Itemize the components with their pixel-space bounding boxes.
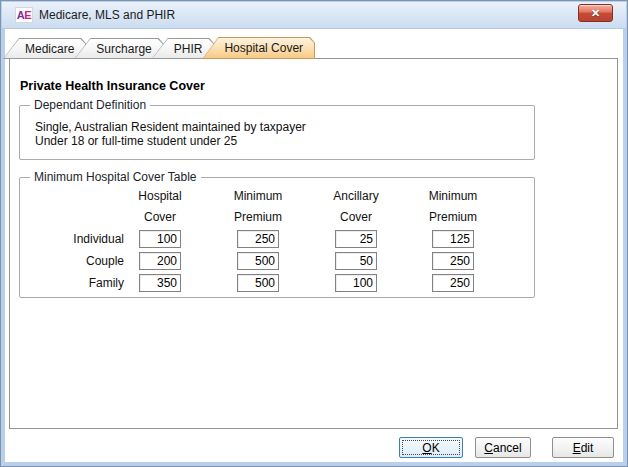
couple-ancillary-cover-field[interactable] bbox=[335, 252, 377, 270]
close-button[interactable]: ✕ bbox=[578, 4, 613, 22]
cancel-button[interactable]: Cancel bbox=[475, 437, 531, 458]
dialog-client-area: Medicare Surcharge PHIR Hospital Cover P… bbox=[5, 29, 623, 462]
family-minimum-premium-field[interactable] bbox=[237, 274, 279, 292]
tab-strip: Medicare Surcharge PHIR Hospital Cover bbox=[15, 37, 315, 59]
window-title: Medicare, MLS and PHIR bbox=[39, 8, 175, 22]
dialog-window: AE Medicare, MLS and PHIR ✕ Medicare Sur… bbox=[0, 0, 628, 467]
column-header: Ancillary bbox=[311, 189, 401, 203]
couple-hospital-cover-field[interactable] bbox=[139, 252, 181, 270]
row-label-individual: Individual bbox=[20, 232, 124, 246]
individual-ancillary-minimum-premium-field[interactable] bbox=[432, 230, 474, 248]
family-hospital-cover-field[interactable] bbox=[139, 274, 181, 292]
ok-button[interactable]: OK bbox=[399, 437, 463, 458]
family-ancillary-minimum-premium-field[interactable] bbox=[432, 274, 474, 292]
column-header: Premium bbox=[213, 210, 303, 224]
dependant-definition-line: Under 18 or full-time student under 25 bbox=[35, 134, 237, 148]
edit-button[interactable]: Edit bbox=[552, 437, 614, 458]
individual-minimum-premium-field[interactable] bbox=[237, 230, 279, 248]
row-label-family: Family bbox=[20, 276, 124, 290]
couple-minimum-premium-field[interactable] bbox=[237, 252, 279, 270]
title-bar: AE Medicare, MLS and PHIR ✕ bbox=[2, 2, 626, 29]
dependant-definition-line: Single, Australian Resident maintained b… bbox=[35, 120, 306, 134]
individual-ancillary-cover-field[interactable] bbox=[335, 230, 377, 248]
groupbox-caption: Dependant Definition bbox=[30, 98, 150, 112]
ae-app-icon: AE bbox=[15, 7, 33, 23]
row-label-couple: Couple bbox=[20, 254, 124, 268]
column-header: Minimum bbox=[408, 189, 498, 203]
individual-hospital-cover-field[interactable] bbox=[139, 230, 181, 248]
close-icon: ✕ bbox=[591, 7, 600, 19]
page-title: Private Health Insurance Cover bbox=[20, 79, 205, 93]
groupbox-caption: Minimum Hospital Cover Table bbox=[30, 170, 201, 184]
minimum-hospital-cover-table-groupbox: Minimum Hospital Cover Table Hospital Mi… bbox=[19, 177, 535, 298]
tab-surcharge[interactable]: Surcharge bbox=[74, 38, 163, 59]
tab-page-hospital-cover: Private Health Insurance Cover Dependant… bbox=[9, 58, 618, 429]
family-ancillary-cover-field[interactable] bbox=[335, 274, 377, 292]
column-header: Cover bbox=[311, 210, 401, 224]
dependant-definition-groupbox: Dependant Definition Single, Australian … bbox=[19, 105, 535, 160]
column-header: Hospital bbox=[115, 189, 205, 203]
couple-ancillary-minimum-premium-field[interactable] bbox=[432, 252, 474, 270]
column-header: Premium bbox=[408, 210, 498, 224]
column-header: Minimum bbox=[213, 189, 303, 203]
tab-hospital-cover[interactable]: Hospital Cover bbox=[202, 37, 315, 59]
column-header: Cover bbox=[115, 210, 205, 224]
